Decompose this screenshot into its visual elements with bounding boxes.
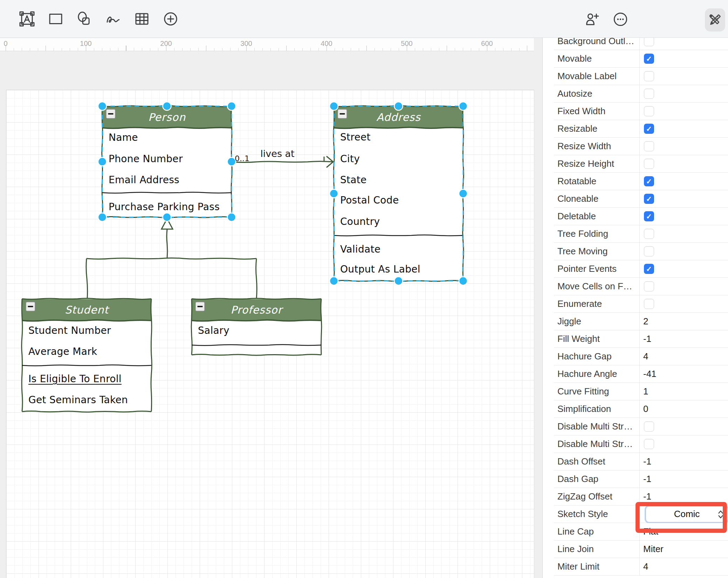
property-row: Fill Weight-1: [554, 330, 728, 348]
property-value[interactable]: Miter: [643, 544, 664, 555]
property-label: Curve Fitting: [554, 386, 639, 397]
property-row: Fixed Width: [554, 103, 728, 120]
sketch-style-select[interactable]: Comic: [646, 506, 728, 522]
table-icon: [133, 11, 150, 27]
property-value-cell: ✓: [639, 173, 728, 190]
checkbox[interactable]: ✓: [644, 264, 654, 274]
freehand-tool-button[interactable]: [103, 9, 123, 29]
uml-class[interactable]: [334, 106, 464, 282]
checkbox[interactable]: [644, 159, 654, 169]
add-collaborator-button[interactable]: [582, 9, 602, 29]
insert-tool-button[interactable]: [160, 9, 181, 29]
checkbox[interactable]: [644, 106, 654, 116]
selection-handle[interactable]: [459, 102, 467, 110]
property-value[interactable]: 1: [643, 386, 648, 397]
crossed-pencils-icon: [707, 12, 723, 28]
selection-handle[interactable]: [98, 102, 107, 110]
property-value-cell: [639, 295, 728, 312]
property-value-cell: [639, 278, 728, 295]
selection-handle[interactable]: [330, 277, 338, 285]
ruler-label: 500: [401, 40, 412, 48]
checkbox[interactable]: [644, 71, 654, 81]
diagram-canvas[interactable]: PersonNamePhone NumberEmail AddressPurch…: [6, 90, 534, 578]
selection-handle[interactable]: [459, 190, 467, 198]
property-label: Line Cap: [554, 526, 639, 537]
selection-handle[interactable]: [227, 213, 236, 221]
checkbox[interactable]: ✓: [644, 54, 654, 64]
property-row: ZigZag Offset-1: [554, 488, 728, 505]
selection-handle[interactable]: [98, 158, 107, 166]
collapse-button[interactable]: [195, 302, 205, 311]
generalization-edge[interactable]: [86, 219, 257, 299]
checkbox[interactable]: [644, 229, 654, 239]
property-row: Tree Moving: [554, 243, 728, 260]
checkbox[interactable]: [644, 421, 654, 432]
property-value[interactable]: 2: [643, 316, 648, 327]
property-value[interactable]: -1: [643, 491, 651, 502]
selection-handle[interactable]: [163, 102, 171, 110]
property-value-cell: [639, 435, 728, 453]
checkbox[interactable]: [644, 281, 654, 291]
property-label: Movable Label: [554, 71, 639, 82]
property-row: Jiggle2: [554, 313, 728, 330]
property-value[interactable]: -41: [643, 369, 657, 379]
checkbox[interactable]: [644, 38, 654, 46]
checkbox[interactable]: [644, 299, 654, 309]
property-value-cell: 4: [639, 348, 728, 365]
property-value-cell: ✓: [639, 190, 728, 207]
property-value[interactable]: 4: [643, 561, 648, 572]
collapse-button[interactable]: [26, 302, 35, 311]
selection-handle[interactable]: [394, 102, 403, 110]
selection-handle[interactable]: [227, 102, 236, 110]
selection-handle[interactable]: [330, 190, 338, 198]
more-options-button[interactable]: [610, 9, 631, 29]
property-label: Tree Moving: [554, 246, 639, 257]
collapse-button[interactable]: [106, 109, 115, 118]
checkbox[interactable]: [644, 246, 654, 256]
property-value[interactable]: -1: [643, 474, 651, 484]
property-row: Enumerate: [554, 295, 728, 313]
uml-class[interactable]: [102, 106, 232, 218]
association-edge[interactable]: [232, 156, 333, 167]
property-value[interactable]: 4: [643, 351, 648, 362]
text-tool-button[interactable]: [17, 9, 37, 29]
plus-circle-icon: [162, 11, 179, 27]
property-value-cell: ✓: [639, 260, 728, 277]
selection-handle[interactable]: [227, 158, 236, 166]
selection-handle[interactable]: [163, 213, 171, 221]
property-value-cell: ✓: [639, 208, 728, 225]
checkbox[interactable]: [644, 439, 654, 449]
rectangle-tool-button[interactable]: [46, 9, 66, 29]
property-value-cell: [639, 225, 728, 242]
sketch-mode-button[interactable]: [705, 8, 725, 32]
checkbox[interactable]: ✓: [644, 124, 654, 134]
uml-class[interactable]: [191, 298, 322, 356]
collapse-button[interactable]: [338, 109, 347, 118]
selection-handle[interactable]: [459, 277, 467, 285]
checkbox[interactable]: [644, 89, 654, 99]
checkbox[interactable]: ✓: [644, 194, 654, 204]
selection-handle[interactable]: [98, 213, 107, 221]
chevron-up-down-icon: [717, 510, 724, 519]
property-label: Rotatable: [554, 176, 639, 187]
checkbox[interactable]: ✓: [644, 211, 654, 221]
property-label: Hachure Angle: [554, 369, 639, 379]
selection-handle[interactable]: [330, 102, 338, 110]
property-label: Fill Weight: [554, 333, 639, 344]
table-tool-button[interactable]: [132, 9, 152, 29]
checkbox[interactable]: ✓: [644, 176, 654, 186]
ruler-label: 400: [321, 40, 332, 48]
property-value[interactable]: 0: [643, 404, 648, 414]
shapes-tool-button[interactable]: [74, 9, 95, 29]
property-label: Pointer Events: [554, 263, 639, 274]
property-value[interactable]: -1: [643, 333, 651, 344]
property-value[interactable]: Flat: [643, 526, 658, 537]
property-value-cell: [639, 85, 728, 102]
checkbox[interactable]: [644, 141, 654, 151]
property-label: Miter Limit: [554, 561, 639, 572]
property-value[interactable]: -1: [643, 456, 651, 467]
property-label: Jiggle: [554, 316, 639, 327]
selection-handle[interactable]: [394, 277, 403, 285]
person-plus-icon: [583, 11, 600, 28]
uml-class[interactable]: [22, 298, 152, 412]
